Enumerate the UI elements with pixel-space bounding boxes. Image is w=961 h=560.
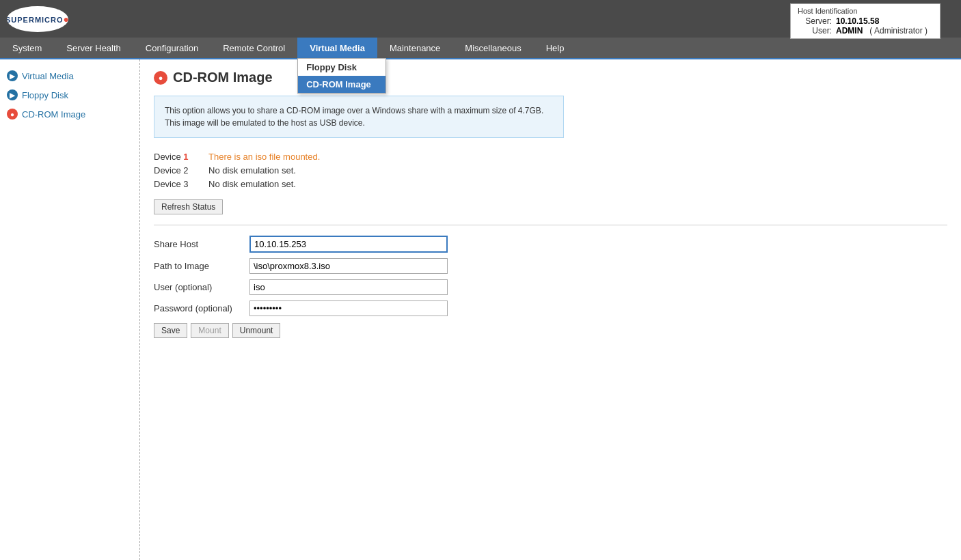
user-value: ADMIN (836, 26, 863, 36)
sidebar-link-floppy-disk[interactable]: Floppy Disk (22, 90, 68, 100)
path-label: Path to Image (154, 261, 249, 271)
device-1-row: Device 1 There is an iso file mounted. (154, 152, 947, 162)
device-1-status: There is an iso file mounted. (208, 152, 320, 162)
device-3-label: Device 3 (154, 179, 208, 189)
info-text: This option allows you to share a CD-ROM… (165, 106, 543, 128)
logo-text: SUPERMICRO● (7, 14, 68, 25)
action-buttons: Save Mount Unmount (154, 323, 947, 338)
nav-configuration[interactable]: Configuration (133, 38, 211, 58)
server-label: Server: (798, 16, 832, 26)
nav-bar: System Server Health Configuration Remot… (0, 38, 961, 59)
user-input[interactable] (249, 279, 448, 295)
server-row: Server: 10.10.15.58 (798, 16, 933, 26)
refresh-status-button[interactable]: Refresh Status (154, 199, 223, 214)
user-label: User: (798, 26, 832, 36)
device-1-label: Device 1 (154, 152, 208, 162)
logo: SUPERMICRO● (7, 6, 68, 32)
sidebar-item-virtual-media[interactable]: ▶ Virtual Media (0, 66, 139, 85)
share-host-row: Share Host (154, 236, 947, 253)
device-2-status: No disk emulation set. (208, 165, 296, 176)
content-area: ● CD-ROM Image This option allows you to… (140, 59, 961, 560)
device-2-label: Device 2 (154, 165, 208, 176)
device-3-row: Device 3 No disk emulation set. (154, 179, 947, 189)
sidebar-link-cdrom-image[interactable]: CD-ROM Image (22, 109, 85, 120)
floppy-disk-icon: ▶ (7, 89, 18, 100)
nav-remote-control[interactable]: Remote Control (211, 38, 297, 58)
sidebar-item-floppy-disk[interactable]: ▶ Floppy Disk (0, 85, 139, 104)
logo-area: SUPERMICRO● (7, 6, 68, 32)
virtual-media-icon: ▶ (7, 70, 18, 81)
user-row: User: ADMIN ( Administrator ) (798, 26, 933, 36)
main-layout: ▶ Virtual Media ▶ Floppy Disk ● CD-ROM I… (0, 59, 961, 560)
share-host-input[interactable] (249, 236, 448, 253)
save-button[interactable]: Save (154, 323, 187, 338)
nav-maintenance[interactable]: Maintenance (377, 38, 452, 58)
top-bar: SUPERMICRO● Host Identification Server: … (0, 0, 961, 38)
cdrom-image-icon: ● (7, 109, 18, 120)
device-3-status: No disk emulation set. (208, 179, 296, 189)
nav-miscellaneous[interactable]: Miscellaneous (452, 38, 533, 58)
sidebar: ▶ Virtual Media ▶ Floppy Disk ● CD-ROM I… (0, 59, 140, 560)
password-label: Password (optional) (154, 303, 249, 313)
path-input[interactable] (249, 258, 448, 274)
user-label: User (optional) (154, 282, 249, 292)
sidebar-item-cdrom-image[interactable]: ● CD-ROM Image (0, 104, 139, 124)
page-title-icon: ● (154, 71, 167, 85)
mount-button[interactable]: Mount (191, 323, 228, 338)
dropdown-floppy-disk[interactable]: Floppy Disk (298, 59, 385, 76)
device-status-section: Device 1 There is an iso file mounted. D… (154, 152, 947, 189)
sidebar-link-virtual-media[interactable]: Virtual Media (22, 71, 74, 81)
form-section: Share Host Path to Image User (optional)… (154, 236, 947, 338)
password-input[interactable] (249, 300, 448, 316)
user-role: ( Administrator ) (869, 26, 928, 36)
device-2-row: Device 2 No disk emulation set. (154, 165, 947, 176)
unmount-button[interactable]: Unmount (232, 323, 281, 338)
page-title: CD-ROM Image (173, 70, 273, 85)
server-value: 10.10.15.58 (836, 16, 879, 26)
nav-system[interactable]: System (0, 38, 54, 58)
password-row: Password (optional) (154, 300, 947, 316)
nav-server-health[interactable]: Server Health (54, 38, 133, 58)
path-row: Path to Image (154, 258, 947, 274)
nav-virtual-media[interactable]: Virtual Media Floppy Disk CD-ROM Image (297, 38, 377, 58)
nav-help[interactable]: Help (534, 38, 577, 58)
share-host-label: Share Host (154, 239, 249, 249)
info-box: This option allows you to share a CD-ROM… (154, 96, 564, 138)
section-divider (154, 225, 947, 225)
host-identification: Host Identification Server: 10.10.15.58 … (790, 3, 940, 39)
virtual-media-dropdown: Floppy Disk CD-ROM Image (297, 58, 386, 94)
user-row: User (optional) (154, 279, 947, 295)
page-title-row: ● CD-ROM Image (154, 70, 947, 85)
host-id-title: Host Identification (798, 7, 933, 15)
dropdown-cdrom-image[interactable]: CD-ROM Image (298, 76, 385, 93)
